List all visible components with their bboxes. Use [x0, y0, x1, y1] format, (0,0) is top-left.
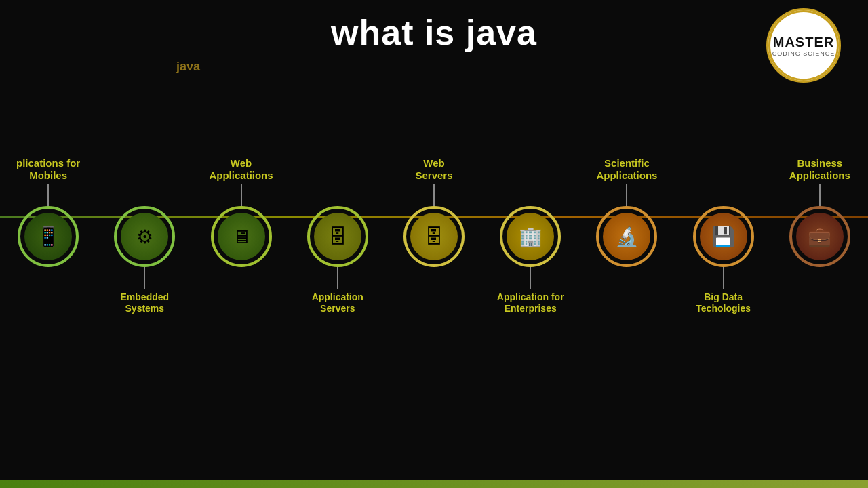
v-line-top-mobile-apps	[47, 184, 49, 206]
v-line-bottom-embedded-systems	[144, 267, 145, 289]
node-web-servers: WebServers🗄	[386, 144, 482, 329]
node-circle-application-servers: 🗄	[307, 206, 368, 267]
bottom-bar	[0, 480, 868, 488]
label-above-web-applications: WebApplicatiions	[209, 144, 273, 184]
node-circle-big-data: 💾	[693, 206, 754, 267]
node-inner-app-enterprises: 🏢	[507, 213, 554, 260]
label-below-big-data: Big DataTechologies	[696, 289, 751, 329]
header: what is java MASTER CODING SCIENCE	[0, 0, 868, 60]
node-scientific-apps: ScientificApplications🔬	[578, 144, 675, 329]
node-circle-scientific-apps: 🔬	[596, 206, 657, 267]
v-line-bottom-application-servers	[337, 267, 338, 289]
page-title: what is java	[0, 12, 868, 53]
label-above-business-apps: BusinessApplications	[789, 144, 850, 184]
node-circle-mobile-apps: 📱	[18, 206, 79, 267]
node-inner-mobile-apps: 📱	[24, 213, 72, 260]
node-big-data: 💾Big DataTechologies	[675, 144, 772, 329]
v-line-bottom-app-enterprises	[530, 267, 531, 289]
node-circle-embedded-systems: ⚙	[114, 206, 175, 267]
label-below-application-servers: ApplicationServers	[312, 289, 363, 329]
node-web-applications: WebApplicatiions🖥	[193, 144, 289, 329]
node-mobile-apps: plications forMobiles📱	[0, 144, 96, 329]
node-application-servers: 🗄ApplicationServers	[290, 144, 386, 329]
v-line-top-scientific-apps	[626, 184, 627, 206]
v-line-bottom-big-data	[723, 267, 724, 289]
v-line-top-web-servers	[433, 184, 435, 206]
label-above-scientific-apps: ScientificApplications	[596, 144, 657, 184]
node-circle-app-enterprises: 🏢	[500, 206, 561, 267]
node-inner-business-apps: 💼	[796, 213, 844, 260]
node-inner-embedded-systems: ⚙	[121, 213, 168, 260]
node-inner-big-data: 💾	[700, 213, 747, 260]
node-business-apps: BusinessApplications💼	[772, 144, 868, 329]
v-line-top-business-apps	[819, 184, 821, 206]
node-embedded-systems: ⚙EmbeddedSystems	[96, 144, 193, 329]
label-below-embedded-systems: EmbeddedSystems	[121, 289, 170, 329]
node-inner-application-servers: 🗄	[314, 213, 361, 260]
node-circle-web-applications: 🖥	[211, 206, 272, 267]
nodes-row: plications forMobiles📱⚙EmbeddedSystemsWe…	[0, 81, 868, 392]
node-circle-web-servers: 🗄	[403, 206, 465, 267]
label-above-web-servers: WebServers	[415, 144, 452, 184]
node-app-enterprises: 🏢Application forEnterprises	[482, 144, 578, 329]
node-inner-web-applications: 🖥	[218, 213, 265, 260]
label-above-mobile-apps: plications forMobiles	[16, 144, 80, 184]
node-inner-scientific-apps: 🔬	[603, 213, 650, 260]
diagram-area: plications forMobiles📱⚙EmbeddedSystemsWe…	[0, 81, 868, 392]
subtitle-row: java	[0, 60, 868, 74]
node-inner-web-servers: 🗄	[410, 213, 458, 260]
v-line-top-web-applications	[241, 184, 242, 206]
node-circle-business-apps: 💼	[789, 206, 850, 267]
label-below-app-enterprises: Application forEnterprises	[497, 289, 564, 329]
